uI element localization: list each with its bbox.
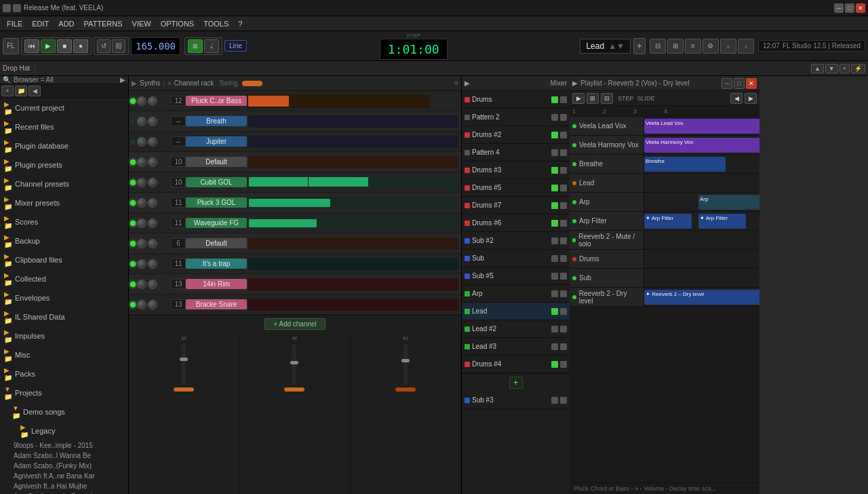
ch-knob-1[interactable] [137, 117, 146, 126]
pl-block-arp-filter-1[interactable]: ✦ Arp Filter [644, 214, 692, 229]
mixer-track-8[interactable]: Sub #2 [462, 232, 570, 250]
mixer-btn-7b[interactable] [560, 220, 567, 227]
plugins-button[interactable]: ⬦ [720, 39, 736, 54]
pl-content-lead[interactable] [644, 174, 760, 192]
sidebar-item-collected[interactable]: ▶ 📁 Collected [0, 269, 128, 288]
ch-knob-5[interactable] [137, 198, 146, 208]
bpm-display[interactable]: 165.000 [131, 37, 180, 55]
ch-name-0[interactable]: Pluck C..or Bass [186, 96, 247, 106]
mixer-track-14[interactable]: Lead #3 [462, 338, 570, 356]
transport-play[interactable]: ▶ [41, 39, 56, 53]
sidebar-file-5[interactable]: AuraQualic -..tudio Remix) [0, 491, 128, 494]
ch-name-7[interactable]: Default [186, 238, 247, 248]
mixer-btn-8a[interactable] [551, 238, 558, 244]
ch-name-8[interactable]: It's a trap [186, 259, 247, 269]
mixer-btn-1b[interactable] [560, 114, 567, 121]
ch-vol-2[interactable] [148, 137, 157, 147]
playlist-arrow[interactable]: ▶ [572, 79, 578, 87]
ch-name-10[interactable]: Bracke Snare [186, 299, 247, 309]
sidebar-item-shared-data[interactable]: ▶ 📁 IL Shared Data [0, 307, 128, 326]
sidebar-item-current-project[interactable]: ▶ 📁 Current project [0, 98, 128, 117]
tb-btn-1[interactable]: ▲ [811, 64, 824, 73]
mixer-btn-3b[interactable] [560, 149, 567, 156]
mixer-track-3[interactable]: Pattern 4 [462, 144, 570, 162]
link-button[interactable]: ⛓ [112, 39, 125, 53]
ch-name-4[interactable]: Cubit GOL [186, 177, 247, 187]
ch-vol-9[interactable] [148, 280, 157, 289]
pl-content-breathe[interactable]: Breathe [644, 155, 760, 173]
mixer-btn-11a[interactable] [551, 290, 558, 297]
mix-fader-1[interactable] [292, 344, 296, 385]
mixer-btn-11b[interactable] [560, 290, 567, 297]
mixer-btn-13a[interactable] [551, 326, 558, 332]
sidebar-add-btn[interactable]: + [1, 86, 14, 96]
mixer-track-6[interactable]: Drums #7 [462, 197, 570, 214]
browser-button[interactable]: ≡ [685, 39, 701, 54]
ch-name-9[interactable]: 14in Rim [186, 279, 247, 289]
ch-led-6[interactable] [130, 221, 136, 226]
pattern-segment-4a[interactable] [249, 177, 308, 187]
pl-block-breathe[interactable]: Breathe [644, 157, 726, 172]
ch-led-1[interactable] [130, 119, 136, 124]
sidebar-item-projects[interactable]: ▼ 📁 Projects [0, 383, 128, 402]
pattern-segment-4b[interactable] [309, 177, 368, 187]
tb-btn-2[interactable]: ▼ [825, 64, 838, 73]
mix-fader-2[interactable] [403, 344, 408, 385]
ch-led-3[interactable] [130, 159, 136, 165]
pl-ctrl-play[interactable]: ▶ [572, 93, 585, 104]
ch-vol-3[interactable] [148, 157, 157, 167]
mixer-btn-13b[interactable] [560, 326, 567, 332]
mixer-btn-14b[interactable] [560, 343, 567, 350]
sidebar-file-4[interactable]: Agnivesh ft..a Hai Mujhe [0, 481, 128, 491]
ch-led-4[interactable] [130, 180, 136, 185]
ch-led-10[interactable] [130, 302, 136, 307]
sidebar-item-impulses[interactable]: ▶ 📁 Impulses [0, 326, 128, 345]
mixer-btn-2a[interactable] [551, 132, 558, 138]
mixer-btn-6a[interactable] [551, 202, 558, 209]
mixer-btn-2b[interactable] [560, 132, 567, 138]
ch-knob-10[interactable] [137, 300, 146, 309]
sidebar-item-plugin-presets[interactable]: ▶ 📁 Plugin presets [0, 155, 128, 174]
download-button[interactable]: ↓ [738, 39, 754, 54]
mix-thumb-2[interactable] [401, 359, 410, 362]
pattern-piano-6[interactable] [249, 219, 317, 227]
ch-vol-5[interactable] [148, 198, 157, 208]
mixer-btn-10b[interactable] [560, 273, 567, 280]
menu-tools[interactable]: TOOLS [199, 18, 233, 29]
ch-knob-0[interactable] [137, 96, 146, 106]
mixer-btn-lead-a[interactable] [551, 308, 558, 315]
mixer-track-11[interactable]: Arp [462, 285, 570, 303]
mixer-track-sub3[interactable]: Sub #3 [462, 392, 570, 409]
mixer-btn-9a[interactable] [551, 255, 558, 262]
swing-slider[interactable] [242, 81, 262, 86]
pattern-block-0-a[interactable] [248, 96, 289, 107]
ch-led-2[interactable] [130, 139, 136, 145]
mixer-track-2[interactable]: Drums #2 [462, 126, 570, 144]
ch-led-9[interactable] [130, 282, 136, 287]
mixer-btn-3a[interactable] [551, 149, 558, 156]
sidebar-folder-btn[interactable]: 📁 [15, 86, 27, 96]
menu-patterns[interactable]: PATTERNS [80, 18, 127, 29]
playlist-close[interactable]: ✕ [746, 78, 757, 89]
transport-rewind[interactable]: ⏮ [24, 39, 39, 53]
transport-record[interactable]: ● [73, 39, 88, 53]
ch-name-6[interactable]: Waveguide FG [186, 218, 247, 228]
ch-led-8[interactable] [130, 261, 136, 267]
ch-knob-3[interactable] [137, 157, 146, 167]
ch-name-2[interactable]: Jupiter [186, 136, 247, 147]
ch-knob-2[interactable] [137, 137, 146, 147]
mixer-btn-10a[interactable] [551, 273, 558, 280]
mixer-track-1[interactable]: Pattern 2 [462, 109, 570, 126]
sidebar-item-mixer-presets[interactable]: ▶ 📁 Mixer presets [0, 193, 128, 212]
mixer-btn-7a[interactable] [551, 220, 558, 227]
ch-knob-8[interactable] [137, 259, 146, 269]
mixer-btn-lead-b[interactable] [560, 308, 567, 315]
ch-vol-7[interactable] [148, 239, 157, 248]
ch-vol-8[interactable] [148, 259, 157, 269]
ch-vol-0[interactable] [148, 96, 157, 106]
mixer-btn-1a[interactable] [551, 114, 558, 121]
sidebar-item-channel-presets[interactable]: ▶ 📁 Channel presets [0, 174, 128, 193]
pl-content-drums[interactable] [644, 250, 760, 268]
pl-scroll-right[interactable]: ▶ [745, 93, 757, 104]
mixer-button[interactable]: ⊟ [650, 39, 666, 54]
